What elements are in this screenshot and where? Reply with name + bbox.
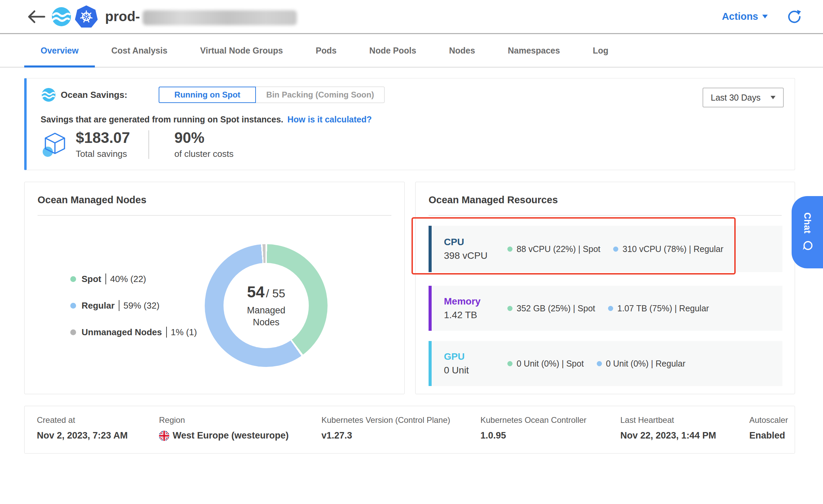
cluster-cost-percent: 90% xyxy=(174,130,233,146)
ocean-logo-icon xyxy=(50,6,72,28)
regular-dot-icon xyxy=(608,306,613,311)
redacted-cluster-name xyxy=(143,10,297,25)
resources-panel-title: Ocean Managed Resources xyxy=(416,182,795,206)
tab-overview[interactable]: Overview xyxy=(24,34,95,67)
memory-regular-detail: 1.07 TB (75%) | Regular xyxy=(608,303,709,313)
running-on-spot-toggle[interactable]: Running on Spot xyxy=(159,87,256,103)
ocean-savings-icon xyxy=(40,87,56,103)
bin-packing-toggle[interactable]: Bin Packing (Coming Soon) xyxy=(256,87,385,103)
tab-nodes[interactable]: Nodes xyxy=(433,34,491,67)
regular-dot-icon xyxy=(613,247,618,252)
gpu-label: GPU xyxy=(444,351,507,362)
actions-button[interactable]: Actions xyxy=(722,11,768,22)
cluster-cost-block: 90% of cluster costs xyxy=(174,130,233,159)
managed-nodes-donut-chart: 54 / 55 Managed Nodes xyxy=(205,244,328,367)
spot-dot-icon xyxy=(70,276,76,282)
resource-row-cpu: CPU 398 vCPU 88 vCPU (22%) | Spot 310 vC… xyxy=(429,226,782,272)
chat-label: Chat xyxy=(802,212,813,234)
divider xyxy=(119,300,119,311)
resource-row-memory: Memory 1.42 TB 352 GB (25%) | Spot 1.07 … xyxy=(429,286,782,331)
cpu-label: CPU xyxy=(444,237,507,248)
back-button[interactable] xyxy=(27,7,46,27)
total-savings-value: $183.07 xyxy=(76,130,130,146)
donut-center: 54 / 55 Managed Nodes xyxy=(223,263,309,348)
cpu-spot-detail: 88 vCPU (22%) | Spot xyxy=(507,244,600,254)
legend-item-spot: Spot 40% (22) xyxy=(70,273,197,284)
meta-last-heartbeat: Last Heartbeat Nov 22, 2023, 1:44 PM xyxy=(620,415,749,444)
managed-count: 54 xyxy=(247,283,264,301)
period-value: Last 30 Days xyxy=(711,93,761,103)
gpu-regular-detail: 0 Unit (0%) | Regular xyxy=(597,359,685,369)
total-count: / 55 xyxy=(266,287,285,300)
memory-spot-detail: 352 GB (25%) | Spot xyxy=(507,303,595,313)
legend-item-unmanaged: Unmanaged Nodes 1% (1) xyxy=(70,327,197,338)
memory-total-value: 1.42 TB xyxy=(444,310,507,321)
meta-region: Region West Europe (westeurope) xyxy=(159,415,321,444)
savings-cube-icon xyxy=(41,130,69,159)
refresh-icon xyxy=(787,9,802,24)
nodes-legend: Spot 40% (22) Regular 59% (32) Unmanaged… xyxy=(70,273,197,353)
meta-autoscaler: Autoscaler Enabled xyxy=(749,415,788,444)
divider xyxy=(148,130,149,159)
resource-row-gpu: GPU 0 Unit 0 Unit (0%) | Spot 0 Unit (0%… xyxy=(429,341,782,386)
ocean-cluster-overview-page: prod- Actions Overview Cost Analysis Vir… xyxy=(0,0,823,504)
gpu-spot-detail: 0 Unit (0%) | Spot xyxy=(507,359,584,369)
meta-ocean-controller: Kubernetes Ocean Controller 1.0.95 xyxy=(480,415,620,444)
regular-dot-icon xyxy=(70,303,76,309)
tab-node-pools[interactable]: Node Pools xyxy=(353,34,433,67)
divider xyxy=(166,327,167,338)
tab-bar: Overview Cost Analysis Virtual Node Grou… xyxy=(0,34,823,68)
tab-log[interactable]: Log xyxy=(576,34,625,67)
chevron-down-icon xyxy=(770,96,776,99)
total-savings-label: Total savings xyxy=(76,149,130,159)
spot-dot-icon xyxy=(507,306,512,311)
tab-cost-analysis[interactable]: Cost Analysis xyxy=(95,34,184,67)
cpu-total-value: 398 vCPU xyxy=(444,250,507,261)
chat-bubble-icon xyxy=(801,240,813,252)
total-savings-block: $183.07 Total savings xyxy=(76,130,130,159)
memory-label: Memory xyxy=(444,296,507,307)
unmanaged-dot-icon xyxy=(70,329,76,335)
actions-label: Actions xyxy=(722,11,758,22)
chevron-down-icon xyxy=(762,15,768,18)
divider xyxy=(429,215,782,216)
nodes-panel-title: Ocean Managed Nodes xyxy=(25,182,404,206)
cluster-meta-bar: Created at Nov 2, 2023, 7:23 AM Region W… xyxy=(24,406,795,454)
cluster-cost-label: of cluster costs xyxy=(174,149,233,159)
tab-pods[interactable]: Pods xyxy=(299,34,353,67)
back-arrow-icon xyxy=(27,10,46,24)
chat-button[interactable]: Chat xyxy=(792,196,823,268)
ocean-managed-resources-panel: Ocean Managed Resources CPU 398 vCPU 88 … xyxy=(415,182,795,394)
period-dropdown[interactable]: Last 30 Days xyxy=(703,88,784,107)
spot-dot-icon xyxy=(507,247,512,252)
donut-caption: Managed Nodes xyxy=(239,305,293,328)
how-calculated-link[interactable]: How is it calculated? xyxy=(287,115,372,124)
cpu-regular-detail: 310 vCPU (78%) | Regular xyxy=(613,244,723,254)
kubernetes-logo-icon xyxy=(75,5,98,28)
header: prod- Actions xyxy=(0,0,823,34)
ocean-managed-nodes-panel: Ocean Managed Nodes Spot 40% (22) Regula… xyxy=(24,182,405,394)
meta-created-at: Created at Nov 2, 2023, 7:23 AM xyxy=(37,415,159,444)
tab-virtual-node-groups[interactable]: Virtual Node Groups xyxy=(184,34,300,67)
refresh-button[interactable] xyxy=(786,9,803,25)
gpu-total-value: 0 Unit xyxy=(444,365,507,376)
ocean-savings-panel: Ocean Savings: Running on Spot Bin Packi… xyxy=(24,78,795,170)
meta-kubernetes-version: Kubernetes Version (Control Plane) v1.27… xyxy=(321,415,480,444)
savings-description: Savings that are generated from running … xyxy=(41,115,372,124)
savings-title: Ocean Savings: xyxy=(61,90,127,100)
legend-item-regular: Regular 59% (32) xyxy=(70,300,197,311)
tab-namespaces[interactable]: Namespaces xyxy=(491,34,576,67)
divider xyxy=(105,273,106,284)
divider xyxy=(38,215,391,216)
uk-flag-icon xyxy=(159,431,169,441)
spot-dot-icon xyxy=(507,361,512,366)
cluster-title: prod- xyxy=(105,9,140,24)
regular-dot-icon xyxy=(597,361,602,366)
savings-toggle-group: Running on Spot Bin Packing (Coming Soon… xyxy=(159,87,385,103)
